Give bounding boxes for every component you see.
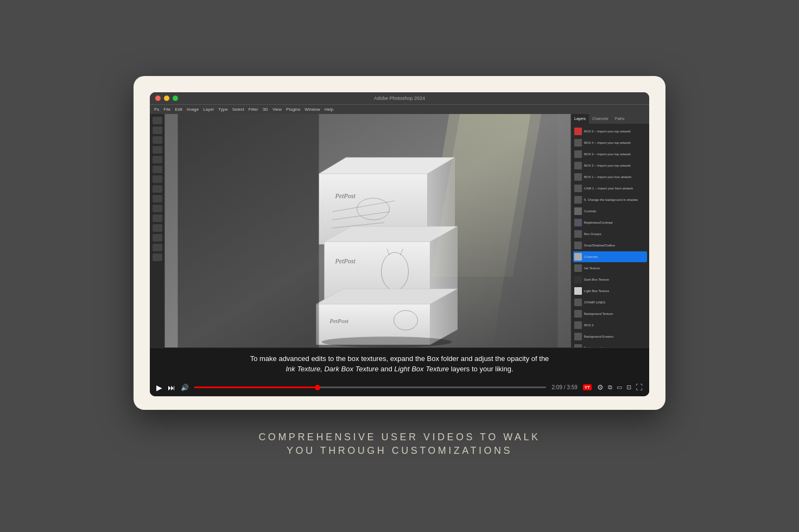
- layer-name: BOX 4 – Import your top artwork: [584, 141, 631, 144]
- ps-tool-clone[interactable]: [153, 175, 162, 183]
- subtitle-italic2: Light Box Texture: [394, 365, 449, 373]
- video-controls: ▶ ⏭ 🔊 2:09 / 3:59 YT: [150, 379, 649, 396]
- ps-layers-panel: Layers Channels Paths BOX 5 – Import you…: [570, 114, 649, 347]
- menu-item-window[interactable]: Window: [305, 107, 320, 112]
- menu-item-layer[interactable]: Layer: [203, 107, 214, 112]
- menu-item-image[interactable]: Image: [187, 107, 199, 112]
- time-total: 3:59: [567, 384, 577, 390]
- layer-thumb: [574, 150, 582, 158]
- menu-item-view[interactable]: View: [272, 107, 282, 112]
- menu-item-ps[interactable]: Ps: [154, 107, 159, 112]
- subtitle-connector: and: [378, 365, 394, 373]
- panel-tab-layers[interactable]: Layers: [571, 114, 589, 124]
- traffic-light-green[interactable]: [173, 96, 178, 101]
- layer-item[interactable]: 5. Change the background in shadow: [573, 194, 647, 205]
- layer-name: Background Erosion: [584, 335, 613, 338]
- menu-item-3d[interactable]: 3D: [263, 107, 268, 112]
- traffic-light-yellow[interactable]: [164, 96, 169, 101]
- ps-toolbar: [150, 114, 165, 347]
- ps-body: PetPost PetPost: [150, 114, 649, 347]
- ps-tool-brush[interactable]: [153, 166, 162, 173]
- menu-item-select[interactable]: Select: [232, 107, 244, 112]
- layer-item[interactable]: BOX 2: [573, 320, 647, 331]
- menu-item-type[interactable]: Type: [218, 107, 227, 112]
- heading-line1: COMPREHENSIVE USER VIDEOS TO WALK: [258, 432, 540, 443]
- layer-item[interactable]: BOX 3 – Import your top artwork: [573, 149, 647, 160]
- ps-tool-lasso[interactable]: [153, 136, 162, 144]
- ps-tool-type[interactable]: [153, 224, 162, 232]
- layer-thumb: [574, 264, 582, 272]
- svg-rect-23: [178, 114, 319, 347]
- layer-item[interactable]: Dark Box Texture: [573, 274, 647, 285]
- ps-tool-move[interactable]: [153, 117, 162, 124]
- play-button[interactable]: ▶: [156, 383, 162, 392]
- ps-tool-gradient[interactable]: [153, 195, 162, 202]
- volume-button[interactable]: 🔊: [181, 384, 189, 391]
- ps-titlebar: Adobe Photoshop 2024: [150, 92, 649, 104]
- layer-item[interactable]: BOX 1 – Import your box artwork: [573, 172, 647, 182]
- theater-icon[interactable]: ▭: [617, 384, 622, 391]
- settings-icon[interactable]: ⚙: [597, 383, 604, 391]
- layer-thumb: [574, 276, 582, 283]
- svg-text:PetPost: PetPost: [335, 257, 356, 265]
- menu-item-edit[interactable]: Edit: [175, 107, 182, 112]
- ps-tool-eyedropper[interactable]: [153, 156, 162, 163]
- cast-icon[interactable]: ⊡: [626, 384, 631, 391]
- layer-item[interactable]: Drop/Shadow/Outline: [573, 240, 647, 251]
- layer-item[interactable]: CAM 1 – Import your form artwork: [573, 183, 647, 194]
- layer-item[interactable]: Background Texture: [573, 308, 647, 319]
- ps-tool-shape[interactable]: [153, 234, 162, 242]
- layer-name: STAMP LINES: [584, 301, 605, 304]
- svg-text:PetPost: PetPost: [329, 318, 349, 324]
- ps-tool-select[interactable]: [153, 126, 162, 134]
- layer-item-active[interactable]: Channels: [573, 251, 647, 262]
- ps-tool-dodge[interactable]: [153, 205, 162, 212]
- layer-item[interactable]: BOX 4 – Import your top artwork: [573, 137, 647, 148]
- layer-name: Light Box Texture: [584, 289, 609, 293]
- layer-thumb: [574, 310, 582, 318]
- layer-item[interactable]: Light Box Texture: [573, 286, 647, 296]
- layer-item[interactable]: Brightness/Contrast: [573, 217, 647, 228]
- layer-item[interactable]: BOX 5 – Import your top artwork: [573, 126, 647, 137]
- layer-thumb: [574, 321, 582, 329]
- layer-name: 5. Change the background in shadow: [584, 198, 638, 201]
- layer-name: CAM 1 – Import your form artwork: [584, 187, 633, 190]
- subtitle-line1: To make advanced edits to the box textur…: [250, 354, 549, 363]
- svg-text:PetPost: PetPost: [335, 192, 356, 200]
- ps-screen: Adobe Photoshop 2024 Ps File Edit Image …: [150, 92, 649, 396]
- ps-tool-zoom[interactable]: [153, 254, 162, 261]
- traffic-light-red[interactable]: [155, 96, 161, 101]
- progress-bar[interactable]: [194, 387, 546, 388]
- subtitle-area: To make advanced edits to the box textur…: [150, 347, 649, 379]
- layer-item[interactable]: BOX 2 – Import your top artwork: [573, 160, 647, 171]
- svg-point-22: [322, 337, 452, 347]
- fullscreen-icon[interactable]: ⛶: [636, 383, 643, 391]
- miniplayer-icon[interactable]: ⧉: [608, 384, 612, 391]
- layer-thumb: [574, 344, 582, 347]
- ps-tool-pen[interactable]: [153, 214, 162, 222]
- panel-tab-paths[interactable]: Paths: [612, 114, 628, 124]
- ps-canvas: PetPost PetPost: [165, 114, 570, 347]
- layer-item[interactable]: STAMP LINES: [573, 297, 647, 308]
- menu-item-help[interactable]: Help: [325, 107, 333, 112]
- subtitle-italic1: Ink Texture, Dark Box Texture: [286, 365, 378, 373]
- skip-button[interactable]: ⏭: [168, 383, 175, 392]
- layer-name: Channels: [584, 255, 598, 258]
- menu-item-file[interactable]: File: [163, 107, 170, 112]
- ps-window-title: Adobe Photoshop 2024: [374, 96, 425, 101]
- layer-item[interactable]: Controls: [573, 206, 647, 217]
- layer-name: Background: [584, 346, 601, 347]
- panel-tab-channels[interactable]: Channels: [589, 114, 612, 124]
- heading-line2: YOU THROUGH CUSTOMIZATIONS: [258, 445, 540, 457]
- menu-item-filter[interactable]: Filter: [249, 107, 258, 112]
- layer-item[interactable]: Box Groups: [573, 229, 647, 239]
- ps-tool-hand[interactable]: [153, 244, 162, 251]
- layer-item[interactable]: Background: [573, 343, 647, 347]
- menu-item-plugins[interactable]: Plugins: [286, 107, 300, 112]
- layer-thumb: [574, 196, 582, 204]
- ps-tool-crop[interactable]: [153, 146, 162, 154]
- layer-item[interactable]: Background Erosion: [573, 331, 647, 342]
- layer-item[interactable]: Ink Texture: [573, 263, 647, 274]
- layer-thumb: [574, 207, 582, 215]
- ps-tool-eraser[interactable]: [153, 185, 162, 193]
